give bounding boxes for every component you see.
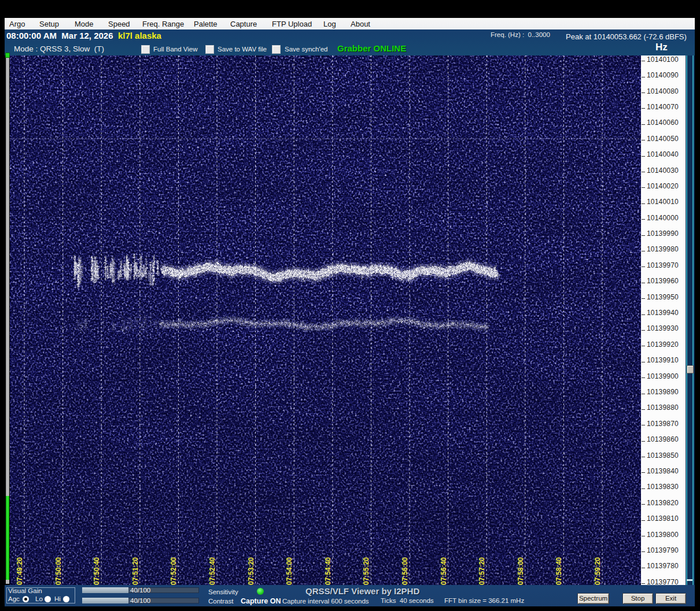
svg-text:07:58:00: 07:58:00 <box>517 557 525 585</box>
svg-text:07:56:40: 07:56:40 <box>440 557 448 585</box>
svg-text:07:51:20: 07:51:20 <box>131 557 139 585</box>
svg-text:07:52:40: 07:52:40 <box>208 557 216 585</box>
svg-text:07:59:20: 07:59:20 <box>594 557 602 585</box>
svg-text:07:49:20: 07:49:20 <box>16 557 24 585</box>
svg-text:07:55:20: 07:55:20 <box>362 557 370 585</box>
svg-text:07:50:00: 07:50:00 <box>54 557 62 585</box>
svg-text:07:52:00: 07:52:00 <box>170 557 178 585</box>
svg-text:07:50:40: 07:50:40 <box>93 557 101 585</box>
svg-text:07:56:00: 07:56:00 <box>401 557 409 585</box>
svg-text:07:53:20: 07:53:20 <box>247 557 255 585</box>
svg-text:07:54:00: 07:54:00 <box>285 557 293 585</box>
svg-text:07:54:40: 07:54:40 <box>324 557 332 585</box>
svg-text:07:57:20: 07:57:20 <box>478 557 486 585</box>
svg-text:07:58:40: 07:58:40 <box>555 557 563 585</box>
